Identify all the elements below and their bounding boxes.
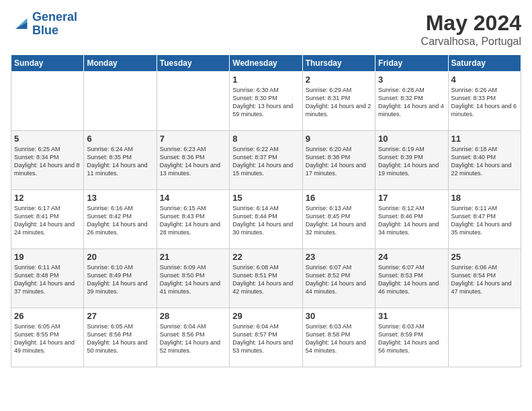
day-number: 14	[160, 193, 226, 203]
cell-4-4: 30Sunrise: 6:03 AMSunset: 8:58 PMDayligh…	[302, 308, 375, 367]
cell-3-6: 25Sunrise: 6:06 AMSunset: 8:54 PMDayligh…	[448, 249, 521, 308]
cell-3-2: 21Sunrise: 6:09 AMSunset: 8:50 PMDayligh…	[157, 249, 229, 308]
day-number: 24	[378, 252, 445, 262]
day-number: 10	[378, 134, 445, 144]
day-info: Sunrise: 6:16 AMSunset: 8:42 PMDaylight:…	[87, 204, 153, 237]
cell-1-3: 8Sunrise: 6:22 AMSunset: 8:37 PMDaylight…	[230, 131, 302, 190]
cell-4-6	[448, 308, 521, 367]
day-number: 20	[87, 252, 153, 262]
day-number: 18	[451, 193, 518, 203]
day-info: Sunrise: 6:13 AMSunset: 8:45 PMDaylight:…	[306, 204, 372, 237]
logo-line2: Blue	[32, 24, 58, 37]
day-info: Sunrise: 6:15 AMSunset: 8:43 PMDaylight:…	[160, 204, 226, 237]
day-info: Sunrise: 6:07 AMSunset: 8:52 PMDaylight:…	[306, 263, 372, 296]
day-number: 8	[232, 134, 299, 144]
day-info: Sunrise: 6:18 AMSunset: 8:40 PMDaylight:…	[451, 145, 518, 178]
day-number: 3	[378, 75, 445, 85]
day-info: Sunrise: 6:26 AMSunset: 8:33 PMDaylight:…	[451, 86, 518, 119]
day-number: 16	[306, 193, 372, 203]
day-number: 19	[14, 252, 81, 262]
cell-3-1: 20Sunrise: 6:10 AMSunset: 8:49 PMDayligh…	[84, 249, 157, 308]
cell-1-5: 10Sunrise: 6:19 AMSunset: 8:39 PMDayligh…	[375, 131, 448, 190]
cell-3-4: 23Sunrise: 6:07 AMSunset: 8:52 PMDayligh…	[302, 249, 375, 308]
day-number: 17	[378, 193, 445, 203]
day-number: 28	[160, 311, 226, 321]
header-saturday: Saturday	[448, 55, 521, 72]
day-number: 23	[306, 252, 372, 262]
day-number: 26	[14, 311, 81, 321]
day-info: Sunrise: 6:29 AMSunset: 8:31 PMDaylight:…	[306, 86, 372, 119]
cell-1-4: 9Sunrise: 6:20 AMSunset: 8:38 PMDaylight…	[302, 131, 375, 190]
cell-2-6: 18Sunrise: 6:11 AMSunset: 8:47 PMDayligh…	[448, 190, 521, 249]
day-number: 5	[14, 134, 81, 144]
day-info: Sunrise: 6:24 AMSunset: 8:35 PMDaylight:…	[87, 145, 153, 178]
cell-2-4: 16Sunrise: 6:13 AMSunset: 8:45 PMDayligh…	[302, 190, 375, 249]
day-number: 13	[87, 193, 153, 203]
cell-1-1: 6Sunrise: 6:24 AMSunset: 8:35 PMDaylight…	[84, 131, 157, 190]
cell-4-3: 29Sunrise: 6:04 AMSunset: 8:57 PMDayligh…	[230, 308, 302, 367]
week-row-1: 1Sunrise: 6:30 AMSunset: 8:30 PMDaylight…	[11, 72, 521, 131]
cell-4-0: 26Sunrise: 6:05 AMSunset: 8:55 PMDayligh…	[11, 308, 84, 367]
day-info: Sunrise: 6:03 AMSunset: 8:59 PMDaylight:…	[378, 322, 445, 355]
day-number: 1	[232, 75, 299, 85]
cell-2-2: 14Sunrise: 6:15 AMSunset: 8:43 PMDayligh…	[157, 190, 229, 249]
cell-3-3: 22Sunrise: 6:08 AMSunset: 8:51 PMDayligh…	[230, 249, 302, 308]
cell-0-2	[157, 72, 229, 131]
day-info: Sunrise: 6:14 AMSunset: 8:44 PMDaylight:…	[232, 204, 299, 237]
week-row-3: 12Sunrise: 6:17 AMSunset: 8:41 PMDayligh…	[11, 190, 521, 249]
cell-2-1: 13Sunrise: 6:16 AMSunset: 8:42 PMDayligh…	[84, 190, 157, 249]
day-number: 4	[451, 75, 518, 85]
day-number: 9	[306, 134, 372, 144]
day-number: 2	[306, 75, 372, 85]
week-row-4: 19Sunrise: 6:11 AMSunset: 8:48 PMDayligh…	[11, 249, 521, 308]
location: Carvalhosa, Portugal	[421, 36, 521, 48]
day-info: Sunrise: 6:12 AMSunset: 8:46 PMDaylight:…	[378, 204, 445, 237]
day-info: Sunrise: 6:08 AMSunset: 8:51 PMDaylight:…	[232, 263, 299, 296]
cell-2-0: 12Sunrise: 6:17 AMSunset: 8:41 PMDayligh…	[11, 190, 84, 249]
day-number: 7	[160, 134, 226, 144]
cell-2-3: 15Sunrise: 6:14 AMSunset: 8:44 PMDayligh…	[230, 190, 302, 249]
day-number: 30	[306, 311, 372, 321]
day-number: 12	[14, 193, 81, 203]
day-number: 21	[160, 252, 226, 262]
cell-4-5: 31Sunrise: 6:03 AMSunset: 8:59 PMDayligh…	[375, 308, 448, 367]
day-info: Sunrise: 6:11 AMSunset: 8:47 PMDaylight:…	[451, 204, 518, 237]
page-container: General Blue May 2024 Carvalhosa, Portug…	[11, 11, 521, 367]
title-block: May 2024 Carvalhosa, Portugal	[421, 11, 521, 48]
cell-1-2: 7Sunrise: 6:23 AMSunset: 8:36 PMDaylight…	[157, 131, 229, 190]
cell-3-5: 24Sunrise: 6:07 AMSunset: 8:53 PMDayligh…	[375, 249, 448, 308]
day-number: 6	[87, 134, 153, 144]
cell-0-4: 2Sunrise: 6:29 AMSunset: 8:31 PMDaylight…	[302, 72, 375, 131]
logo-icon	[11, 15, 30, 34]
cell-0-0	[11, 72, 84, 131]
day-info: Sunrise: 6:03 AMSunset: 8:58 PMDaylight:…	[306, 322, 372, 355]
logo-line1: General	[32, 10, 77, 24]
day-info: Sunrise: 6:07 AMSunset: 8:53 PMDaylight:…	[378, 263, 445, 296]
day-number: 22	[232, 252, 299, 262]
header: General Blue May 2024 Carvalhosa, Portug…	[11, 11, 521, 48]
cell-2-5: 17Sunrise: 6:12 AMSunset: 8:46 PMDayligh…	[375, 190, 448, 249]
day-info: Sunrise: 6:06 AMSunset: 8:54 PMDaylight:…	[451, 263, 518, 296]
day-info: Sunrise: 6:19 AMSunset: 8:39 PMDaylight:…	[378, 145, 445, 178]
day-info: Sunrise: 6:11 AMSunset: 8:48 PMDaylight:…	[14, 263, 81, 296]
day-number: 27	[87, 311, 153, 321]
day-info: Sunrise: 6:17 AMSunset: 8:41 PMDaylight:…	[14, 204, 81, 237]
month-year: May 2024	[421, 11, 521, 36]
day-info: Sunrise: 6:25 AMSunset: 8:34 PMDaylight:…	[14, 145, 81, 178]
cell-0-3: 1Sunrise: 6:30 AMSunset: 8:30 PMDaylight…	[230, 72, 302, 131]
day-info: Sunrise: 6:04 AMSunset: 8:56 PMDaylight:…	[160, 322, 226, 355]
cell-1-0: 5Sunrise: 6:25 AMSunset: 8:34 PMDaylight…	[11, 131, 84, 190]
day-info: Sunrise: 6:09 AMSunset: 8:50 PMDaylight:…	[160, 263, 226, 296]
day-info: Sunrise: 6:10 AMSunset: 8:49 PMDaylight:…	[87, 263, 153, 296]
day-number: 31	[378, 311, 445, 321]
day-number: 15	[232, 193, 299, 203]
header-tuesday: Tuesday	[157, 55, 229, 72]
day-number: 29	[232, 311, 299, 321]
day-info: Sunrise: 6:20 AMSunset: 8:38 PMDaylight:…	[306, 145, 372, 178]
day-number: 11	[451, 134, 518, 144]
header-wednesday: Wednesday	[230, 55, 302, 72]
cell-0-6: 4Sunrise: 6:26 AMSunset: 8:33 PMDaylight…	[448, 72, 521, 131]
cell-0-5: 3Sunrise: 6:28 AMSunset: 8:32 PMDaylight…	[375, 72, 448, 131]
cell-4-2: 28Sunrise: 6:04 AMSunset: 8:56 PMDayligh…	[157, 308, 229, 367]
day-info: Sunrise: 6:05 AMSunset: 8:55 PMDaylight:…	[14, 322, 81, 355]
